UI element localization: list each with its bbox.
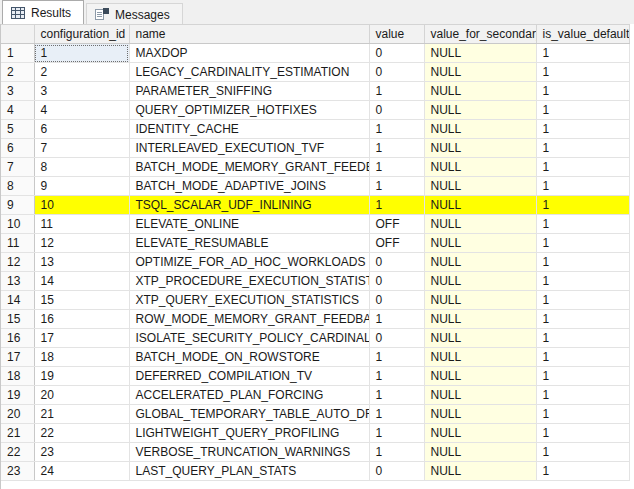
cell-is-value-default[interactable]: 1 (536, 215, 629, 234)
cell-value-for-secondary[interactable]: NULL (424, 120, 536, 139)
cell-configuration-id[interactable]: 15 (34, 291, 129, 310)
cell-value-for-secondary[interactable]: NULL (424, 367, 536, 386)
row-header[interactable]: 5 (1, 120, 34, 139)
cell-value-for-secondary[interactable]: NULL (424, 215, 536, 234)
cell-configuration-id[interactable]: 20 (34, 386, 129, 405)
cell-value[interactable]: 0 (369, 462, 424, 481)
cell-value-for-secondary[interactable]: NULL (424, 253, 536, 272)
row-header[interactable]: 7 (1, 158, 34, 177)
row-header[interactable]: 15 (1, 310, 34, 329)
cell-is-value-default[interactable]: 1 (536, 63, 629, 82)
cell-value-for-secondary[interactable]: NULL (424, 82, 536, 101)
tab-messages[interactable]: Messages (86, 3, 183, 24)
cell-value[interactable]: 1 (369, 82, 424, 101)
cell-value[interactable]: 1 (369, 443, 424, 462)
cell-value-for-secondary[interactable]: NULL (424, 272, 536, 291)
column-header-configuration-id[interactable]: configuration_id (34, 25, 129, 44)
cell-is-value-default[interactable]: 1 (536, 424, 629, 443)
cell-value-for-secondary[interactable]: NULL (424, 139, 536, 158)
corner-cell[interactable] (1, 25, 34, 44)
cell-is-value-default[interactable]: 1 (536, 82, 629, 101)
row-header[interactable]: 4 (1, 101, 34, 120)
cell-configuration-id[interactable]: 1 (34, 44, 129, 63)
cell-value-for-secondary[interactable]: NULL (424, 234, 536, 253)
cell-value[interactable]: 1 (369, 424, 424, 443)
cell-configuration-id[interactable]: 24 (34, 462, 129, 481)
cell-configuration-id[interactable]: 23 (34, 443, 129, 462)
cell-is-value-default[interactable]: 1 (536, 139, 629, 158)
cell-value-for-secondary[interactable]: NULL (424, 291, 536, 310)
cell-value[interactable]: 1 (369, 348, 424, 367)
row-header[interactable]: 16 (1, 329, 34, 348)
cell-value[interactable]: 1 (369, 177, 424, 196)
row-header[interactable]: 11 (1, 234, 34, 253)
cell-configuration-id[interactable]: 16 (34, 310, 129, 329)
cell-configuration-id[interactable]: 12 (34, 234, 129, 253)
cell-is-value-default[interactable]: 1 (536, 120, 629, 139)
cell-is-value-default[interactable]: 1 (536, 348, 629, 367)
cell-name[interactable]: BATCH_MODE_ON_ROWSTORE (129, 348, 369, 367)
row-header[interactable]: 6 (1, 139, 34, 158)
cell-is-value-default[interactable]: 1 (536, 234, 629, 253)
cell-configuration-id[interactable]: 21 (34, 405, 129, 424)
cell-name[interactable]: LIGHTWEIGHT_QUERY_PROFILING (129, 424, 369, 443)
cell-value[interactable]: 1 (369, 310, 424, 329)
cell-value-for-secondary[interactable]: NULL (424, 329, 536, 348)
cell-value-for-secondary[interactable]: NULL (424, 348, 536, 367)
cell-configuration-id[interactable]: 22 (34, 424, 129, 443)
row-header[interactable]: 10 (1, 215, 34, 234)
cell-value[interactable]: 0 (369, 329, 424, 348)
column-header-value-for-secondary[interactable]: value_for_secondary (424, 25, 536, 44)
cell-value-for-secondary[interactable]: NULL (424, 405, 536, 424)
cell-value[interactable]: OFF (369, 215, 424, 234)
cell-name[interactable]: XTP_QUERY_EXECUTION_STATISTICS (129, 291, 369, 310)
cell-is-value-default[interactable]: 1 (536, 44, 629, 63)
cell-is-value-default[interactable]: 1 (536, 253, 629, 272)
cell-name[interactable]: BATCH_MODE_MEMORY_GRANT_FEEDBACK (129, 158, 369, 177)
cell-configuration-id[interactable]: 9 (34, 177, 129, 196)
cell-value[interactable]: 1 (369, 405, 424, 424)
cell-configuration-id[interactable]: 2 (34, 63, 129, 82)
cell-configuration-id[interactable]: 4 (34, 101, 129, 120)
cell-name[interactable]: GLOBAL_TEMPORARY_TABLE_AUTO_DROP (129, 405, 369, 424)
cell-value[interactable]: 0 (369, 291, 424, 310)
cell-is-value-default[interactable]: 1 (536, 386, 629, 405)
cell-name[interactable]: TSQL_SCALAR_UDF_INLINING (129, 196, 369, 215)
cell-name[interactable]: MAXDOP (129, 44, 369, 63)
cell-value-for-secondary[interactable]: NULL (424, 44, 536, 63)
cell-value-for-secondary[interactable]: NULL (424, 424, 536, 443)
cell-configuration-id[interactable]: 6 (34, 120, 129, 139)
cell-name[interactable]: QUERY_OPTIMIZER_HOTFIXES (129, 101, 369, 120)
column-header-value[interactable]: value (369, 25, 424, 44)
cell-configuration-id[interactable]: 18 (34, 348, 129, 367)
cell-value[interactable]: 0 (369, 253, 424, 272)
cell-name[interactable]: IDENTITY_CACHE (129, 120, 369, 139)
cell-value-for-secondary[interactable]: NULL (424, 443, 536, 462)
cell-name[interactable]: INTERLEAVED_EXECUTION_TVF (129, 139, 369, 158)
cell-name[interactable]: LAST_QUERY_PLAN_STATS (129, 462, 369, 481)
cell-name[interactable]: ACCELERATED_PLAN_FORCING (129, 386, 369, 405)
cell-name[interactable]: VERBOSE_TRUNCATION_WARNINGS (129, 443, 369, 462)
cell-configuration-id[interactable]: 14 (34, 272, 129, 291)
cell-configuration-id[interactable]: 13 (34, 253, 129, 272)
cell-name[interactable]: XTP_PROCEDURE_EXECUTION_STATISTICS (129, 272, 369, 291)
row-header[interactable]: 17 (1, 348, 34, 367)
row-header[interactable]: 3 (1, 82, 34, 101)
cell-is-value-default[interactable]: 1 (536, 272, 629, 291)
cell-value-for-secondary[interactable]: NULL (424, 101, 536, 120)
cell-is-value-default[interactable]: 1 (536, 405, 629, 424)
cell-is-value-default[interactable]: 1 (536, 196, 629, 215)
cell-is-value-default[interactable]: 1 (536, 158, 629, 177)
row-header[interactable]: 1 (1, 44, 34, 63)
cell-configuration-id[interactable]: 8 (34, 158, 129, 177)
row-header[interactable]: 20 (1, 405, 34, 424)
cell-name[interactable]: PARAMETER_SNIFFING (129, 82, 369, 101)
cell-name[interactable]: ELEVATE_RESUMABLE (129, 234, 369, 253)
cell-value[interactable]: 1 (369, 139, 424, 158)
column-header-name[interactable]: name (129, 25, 369, 44)
cell-is-value-default[interactable]: 1 (536, 177, 629, 196)
cell-value[interactable]: 1 (369, 158, 424, 177)
cell-is-value-default[interactable]: 1 (536, 462, 629, 481)
cell-name[interactable]: ELEVATE_ONLINE (129, 215, 369, 234)
cell-value[interactable]: OFF (369, 234, 424, 253)
